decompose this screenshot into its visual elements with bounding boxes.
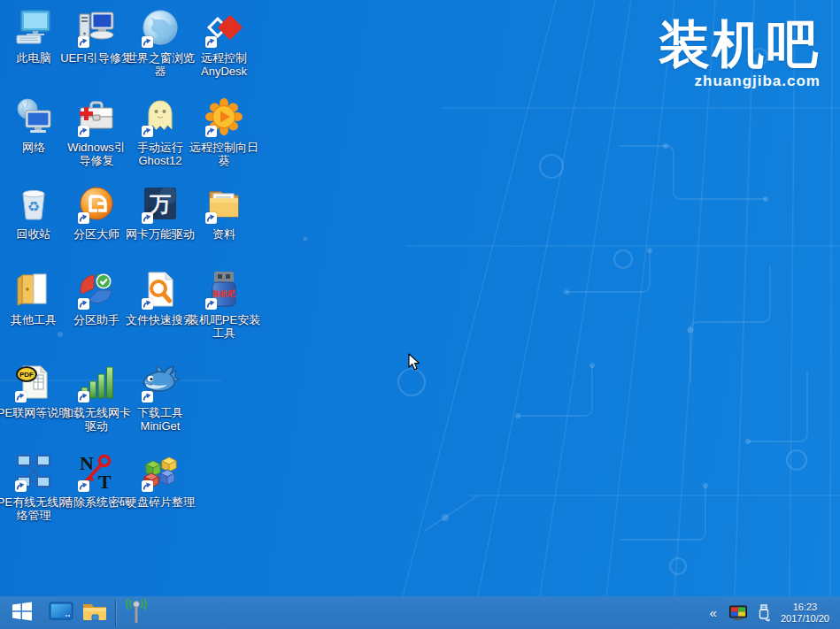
tray-expand-button[interactable]: « (707, 604, 720, 621)
clear-system-password-icon: NT (76, 452, 117, 493)
wireless-network-button[interactable] (119, 596, 153, 629)
network-icon (13, 97, 54, 138)
desktop: 装机吧 zhuangjiba.com 此电脑UEFI引导修复世界之窗浏览 器远程… (0, 0, 840, 596)
mouse-cursor (408, 353, 420, 375)
shortcut-arrow-icon (142, 36, 153, 48)
taskbar: « 16:23 2017/10/20 (0, 596, 840, 629)
shortcut-arrow-icon (78, 391, 89, 403)
zhuangjiba-pe-installer-icon: 装机吧 (204, 270, 244, 311)
desktop-icon-sunflower-remote[interactable]: 远程控制向日 葵 (192, 96, 256, 167)
shortcut-arrow-icon (142, 480, 153, 492)
windows-boot-repair-icon (76, 97, 117, 138)
taskbar-clock[interactable]: 16:23 2017/10/20 (781, 602, 829, 625)
shortcut-arrow-icon (78, 480, 89, 492)
folder-icon (82, 601, 107, 625)
desktop-icon-label: 资料 (181, 227, 266, 241)
pe-network-manager-icon (13, 452, 54, 493)
other-tools-icon (13, 270, 54, 311)
shortcut-arrow-icon (205, 212, 217, 224)
windows-logo-icon (11, 600, 34, 626)
desktop-icon-miniget-downloader[interactable]: 下载工具 MiniGet (128, 362, 192, 433)
miniget-downloader-icon (140, 363, 181, 403)
shortcut-arrow-icon (78, 126, 89, 137)
partition-master-icon (76, 184, 117, 225)
display-settings-icon[interactable] (729, 605, 747, 621)
shortcut-arrow-icon (142, 212, 153, 224)
shortcut-arrow-icon (78, 212, 89, 224)
desktop-icon-label: 下载工具 MiniGet (118, 406, 203, 433)
pe-network-guide-icon: PDF (13, 363, 54, 403)
world-window-browser-icon (140, 8, 181, 49)
shortcut-arrow-icon (205, 126, 217, 137)
taskbar-separator (115, 600, 116, 626)
disk-defrag-icon (140, 452, 181, 493)
shortcut-arrow-icon (78, 298, 89, 310)
desktop-icon-label: 远程控制 AnyDesk (181, 51, 266, 78)
sunflower-remote-icon (204, 97, 244, 138)
show-desktop-button[interactable] (44, 596, 78, 629)
shortcut-arrow-icon (205, 36, 217, 48)
documents-folder-icon (204, 184, 244, 225)
start-button[interactable] (0, 596, 44, 629)
ghost12-icon (140, 97, 181, 138)
universal-nic-driver-icon: 万 (140, 184, 181, 225)
desktop-icon-label: 硬盘碎片整理 (118, 495, 203, 509)
svg-text:♻: ♻ (27, 199, 40, 214)
file-explorer-button[interactable] (78, 596, 112, 629)
this-pc-icon (13, 8, 54, 49)
zhuangjiba-logo: 装机吧 zhuangjiba.com (659, 18, 821, 90)
system-tray: « 16:23 2017/10/20 (707, 602, 840, 625)
shortcut-arrow-icon (78, 36, 89, 48)
shortcut-arrow-icon (142, 126, 153, 137)
desktop-icon-disk-defrag[interactable]: 硬盘碎片整理 (128, 451, 192, 509)
logo-title: 装机吧 (659, 18, 821, 72)
uefi-boot-repair-icon (76, 8, 117, 49)
svg-text:装机吧: 装机吧 (212, 289, 235, 298)
shortcut-arrow-icon (15, 391, 27, 403)
svg-text:T: T (98, 471, 112, 491)
shortcut-arrow-icon (142, 298, 153, 310)
file-quick-search-icon (140, 270, 181, 311)
clock-time: 16:23 (781, 602, 829, 613)
desktop-icon-zhuangjiba-pe-installer[interactable]: 装机吧装机吧PE安装 工具 (192, 269, 256, 340)
svg-text:PDF: PDF (19, 371, 34, 379)
clock-date: 2017/10/20 (781, 613, 829, 625)
desktop-icon-label: 远程控制向日 葵 (181, 141, 266, 167)
desktop-icon-anydesk-remote[interactable]: 远程控制 AnyDesk (192, 7, 256, 78)
shortcut-arrow-icon (15, 480, 27, 492)
logo-subtitle: zhuangjiba.com (659, 73, 821, 90)
shortcut-arrow-icon (142, 391, 153, 403)
antenna-signal-icon (122, 598, 150, 628)
desktop-icon-documents-folder[interactable]: 资料 (192, 183, 256, 241)
desktop-icon-pe-network-manager[interactable]: PE有线无线网 络管理 (2, 451, 66, 522)
svg-text:N: N (80, 452, 94, 474)
desktop-monitor-icon (49, 601, 73, 625)
anydesk-remote-icon (204, 8, 244, 49)
shortcut-arrow-icon (205, 298, 217, 310)
usb-device-icon[interactable] (757, 604, 771, 622)
recycle-bin-icon: ♻ (13, 184, 54, 225)
partition-assistant-icon (76, 270, 117, 311)
desktop-icon-label: 装机吧PE安装 工具 (181, 313, 266, 340)
wireless-nic-driver-icon (76, 363, 117, 403)
